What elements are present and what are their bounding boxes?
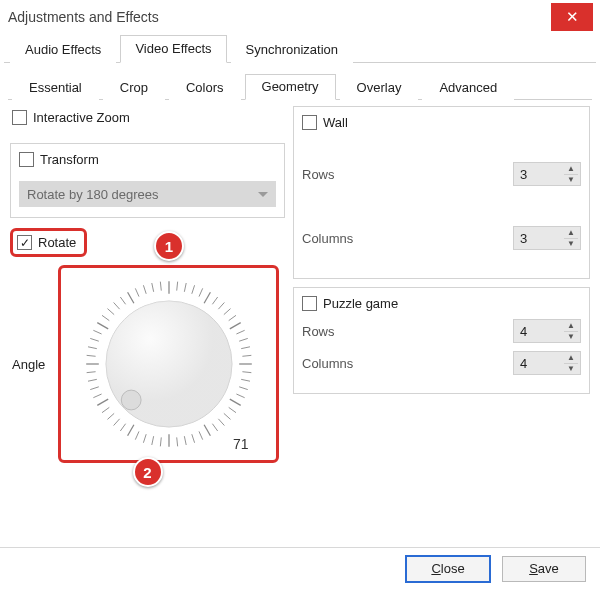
checkbox-icon	[302, 115, 317, 130]
svg-line-43	[88, 379, 97, 381]
svg-line-26	[199, 431, 203, 439]
close-button[interactable]: Close	[406, 556, 490, 582]
svg-line-9	[228, 315, 235, 320]
svg-line-10	[229, 323, 240, 329]
svg-line-52	[107, 309, 114, 315]
chevron-down-icon[interactable]: ▼	[564, 332, 578, 342]
wall-group: Wall Rows 3 ▲ ▼ Columns 3	[293, 106, 590, 279]
spin-arrows: ▲ ▼	[564, 228, 578, 248]
tab-audio-effects[interactable]: Audio Effects	[10, 36, 116, 63]
tab-essential[interactable]: Essential	[12, 75, 99, 100]
svg-line-53	[113, 302, 119, 309]
svg-line-13	[241, 347, 250, 349]
rotate-body: Angle	[10, 261, 285, 473]
sub-tab-strip: Essential Crop Colors Geometry Overlay A…	[8, 73, 592, 100]
tab-crop[interactable]: Crop	[103, 75, 165, 100]
rotate-group: Rotate Angle	[10, 228, 285, 487]
tab-advanced[interactable]: Advanced	[422, 75, 514, 100]
interactive-zoom-group: Interactive Zoom	[10, 106, 285, 135]
svg-line-21	[228, 407, 235, 412]
interactive-zoom-checkbox[interactable]: Interactive Zoom	[12, 110, 283, 125]
wall-label: Wall	[323, 115, 348, 130]
puzzle-rows-spin[interactable]: 4 ▲ ▼	[513, 319, 581, 343]
checkbox-icon	[302, 296, 317, 311]
angle-dial[interactable]: 71	[79, 274, 259, 454]
transform-checkbox[interactable]: Transform	[19, 152, 276, 167]
save-button[interactable]: Save	[502, 556, 586, 582]
svg-line-47	[88, 347, 97, 349]
window-close-button[interactable]: ✕	[551, 3, 593, 31]
svg-line-44	[86, 372, 95, 373]
chevron-up-icon[interactable]: ▲	[564, 321, 578, 332]
tab-synchronization[interactable]: Synchronization	[231, 36, 354, 63]
chevron-down-icon[interactable]: ▼	[564, 364, 578, 374]
rotate-label: Rotate	[38, 235, 76, 250]
angle-dial-box: 71	[58, 265, 279, 463]
svg-line-23	[218, 419, 224, 426]
svg-line-54	[120, 297, 125, 304]
wall-rows-row: Rows 3 ▲ ▼	[302, 162, 581, 186]
chevron-down-icon[interactable]: ▼	[564, 175, 578, 185]
svg-line-11	[236, 330, 244, 334]
svg-line-5	[204, 292, 210, 303]
svg-line-2	[184, 283, 186, 292]
svg-line-46	[86, 355, 95, 356]
wall-cols-spin[interactable]: 3 ▲ ▼	[513, 226, 581, 250]
interactive-zoom-label: Interactive Zoom	[33, 110, 130, 125]
svg-line-35	[127, 425, 133, 436]
svg-point-62	[121, 390, 141, 410]
tab-video-effects[interactable]: Video Effects	[120, 35, 226, 63]
svg-line-56	[135, 288, 139, 296]
svg-line-57	[143, 285, 146, 294]
svg-line-32	[151, 436, 153, 445]
svg-line-7	[218, 302, 224, 309]
wall-rows-spin[interactable]: 3 ▲ ▼	[513, 162, 581, 186]
svg-line-41	[93, 394, 101, 398]
titlebar: Adjustments and Effects ✕	[0, 0, 600, 34]
svg-line-18	[239, 387, 248, 390]
chevron-up-icon[interactable]: ▲	[564, 164, 578, 175]
puzzle-rows-label: Rows	[302, 324, 513, 339]
chevron-up-icon[interactable]: ▲	[564, 228, 578, 239]
puzzle-cols-row: Columns 4 ▲ ▼	[302, 351, 581, 375]
wall-checkbox[interactable]: Wall	[302, 115, 581, 130]
svg-line-24	[212, 424, 217, 431]
wall-cols-label: Columns	[302, 231, 513, 246]
svg-line-12	[239, 338, 248, 341]
rotate-checkbox[interactable]: Rotate	[10, 228, 87, 257]
svg-line-49	[93, 330, 101, 334]
svg-line-40	[97, 399, 108, 405]
chevron-up-icon[interactable]: ▲	[564, 353, 578, 364]
tab-colors[interactable]: Colors	[169, 75, 241, 100]
puzzle-cols-label: Columns	[302, 356, 513, 371]
transform-select-value: Rotate by 180 degrees	[27, 187, 159, 202]
svg-line-34	[135, 431, 139, 439]
tab-geometry[interactable]: Geometry	[245, 74, 336, 100]
puzzle-rows-row: Rows 4 ▲ ▼	[302, 319, 581, 343]
svg-line-20	[229, 399, 240, 405]
svg-line-50	[97, 323, 108, 329]
svg-line-17	[241, 379, 250, 381]
transform-select[interactable]: Rotate by 180 degrees	[19, 181, 276, 207]
wall-rows-value: 3	[520, 167, 527, 182]
chevron-down-icon[interactable]: ▼	[564, 239, 578, 249]
tab-overlay[interactable]: Overlay	[340, 75, 419, 100]
svg-line-8	[223, 309, 230, 315]
geometry-right-column: Wall Rows 3 ▲ ▼ Columns 3	[293, 106, 590, 487]
svg-line-22	[223, 413, 230, 419]
svg-line-58	[151, 283, 153, 292]
svg-line-55	[127, 292, 133, 303]
checkbox-icon	[17, 235, 32, 250]
svg-line-16	[242, 372, 251, 373]
puzzle-group: Puzzle game Rows 4 ▲ ▼ Columns	[293, 287, 590, 394]
svg-line-28	[184, 436, 186, 445]
svg-line-37	[113, 419, 119, 426]
puzzle-cols-spin[interactable]: 4 ▲ ▼	[513, 351, 581, 375]
puzzle-checkbox[interactable]: Puzzle game	[302, 296, 581, 311]
svg-line-6	[212, 297, 217, 304]
wall-cols-row: Columns 3 ▲ ▼	[302, 226, 581, 250]
checkbox-icon	[19, 152, 34, 167]
annotation-badge-2: 2	[133, 457, 163, 487]
svg-line-14	[242, 355, 251, 356]
wall-rows-label: Rows	[302, 167, 513, 182]
